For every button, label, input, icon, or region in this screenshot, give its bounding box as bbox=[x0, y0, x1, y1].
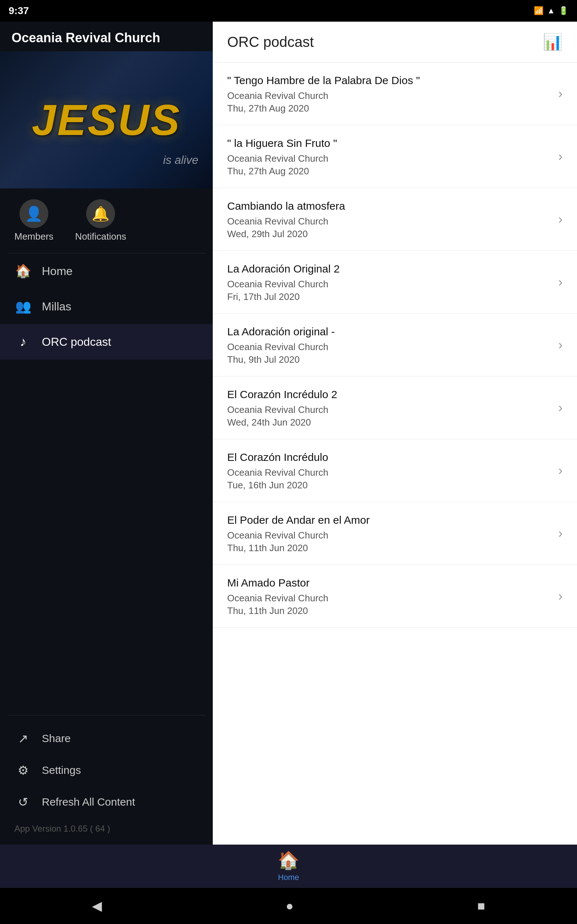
sidebar-bottom: ↗ Share ⚙ Settings ↺ Refresh All Content… bbox=[0, 716, 213, 845]
podcast-title: " la Higuera Sin Fruto " bbox=[227, 136, 551, 150]
members-label: Members bbox=[15, 231, 53, 242]
podcast-title: Mi Amado Pastor bbox=[227, 576, 551, 590]
chevron-right-icon: › bbox=[558, 86, 562, 102]
podcast-list-item[interactable]: " Tengo Hambre de la Palabra De Dios " O… bbox=[213, 63, 577, 125]
podcast-list-item[interactable]: El Poder de Andar en el Amor Oceania Rev… bbox=[213, 502, 577, 565]
bottom-home-label: Home bbox=[278, 873, 299, 882]
sidebar-item-settings[interactable]: ⚙ Settings bbox=[15, 754, 198, 786]
main-header: ORC podcast 📊 bbox=[213, 22, 577, 63]
podcast-date: Thu, 27th Aug 2020 bbox=[227, 103, 551, 114]
app-title: Oceania Revival Church bbox=[0, 22, 213, 51]
chevron-right-icon: › bbox=[558, 275, 562, 290]
sidebar-icon-row: 👤 Members 🔔 Notifications bbox=[0, 188, 213, 253]
podcast-date: Tue, 16th Jun 2020 bbox=[227, 480, 551, 491]
podcast-church: Oceania Revival Church bbox=[227, 90, 551, 102]
podcast-title: El Poder de Andar en el Amor bbox=[227, 513, 551, 527]
notifications-label: Notifications bbox=[75, 231, 126, 242]
bottom-nav-bar: 🏠 Home bbox=[0, 845, 577, 888]
podcast-date: Thu, 11th Jun 2020 bbox=[227, 543, 551, 554]
podcast-date: Thu, 11th Jun 2020 bbox=[227, 605, 551, 617]
chevron-right-icon: › bbox=[558, 338, 562, 353]
refresh-label: Refresh All Content bbox=[42, 796, 135, 808]
podcast-date: Wed, 24th Jun 2020 bbox=[227, 417, 551, 428]
main-content: ORC podcast 📊 " Tengo Hambre de la Palab… bbox=[213, 22, 577, 845]
podcast-title: El Corazón Incrédulo bbox=[227, 450, 551, 464]
podcast-info: Cambiando la atmosfera Oceania Revival C… bbox=[227, 199, 551, 240]
podcast-list-item[interactable]: Mi Amado Pastor Oceania Revival Church T… bbox=[213, 565, 577, 628]
podcast-list-item[interactable]: El Corazón Incrédulo Oceania Revival Chu… bbox=[213, 439, 577, 502]
chevron-right-icon: › bbox=[558, 526, 562, 541]
sidebar-item-notifications[interactable]: 🔔 Notifications bbox=[75, 199, 126, 242]
members-icon: 👤 bbox=[19, 199, 48, 228]
podcast-title: El Corazón Incrédulo 2 bbox=[227, 387, 551, 401]
android-back-button[interactable]: ◀ bbox=[92, 898, 102, 914]
sidebar-item-refresh[interactable]: ↺ Refresh All Content bbox=[15, 786, 198, 818]
chart-icon[interactable]: 📊 bbox=[543, 32, 562, 51]
podcast-info: " Tengo Hambre de la Palabra De Dios " O… bbox=[227, 73, 551, 114]
podcast-list-item[interactable]: Cambiando la atmosfera Oceania Revival C… bbox=[213, 188, 577, 251]
podcast-title: La Adoración original - bbox=[227, 325, 551, 339]
podcast-info: Mi Amado Pastor Oceania Revival Church T… bbox=[227, 576, 551, 617]
podcast-list-item[interactable]: La Adoración original - Oceania Revival … bbox=[213, 313, 577, 376]
status-bar: 9:37 📶 ▲ 🔋 bbox=[0, 0, 577, 22]
sidebar-item-members[interactable]: 👤 Members bbox=[15, 199, 53, 242]
millas-icon: 👥 bbox=[15, 299, 32, 314]
podcast-title: La Adoración Original 2 bbox=[227, 262, 551, 276]
podcast-church: Oceania Revival Church bbox=[227, 216, 551, 227]
app-container: Oceania Revival Church JESUS is alive 👤 … bbox=[0, 22, 577, 845]
podcast-info: El Corazón Incrédulo Oceania Revival Chu… bbox=[227, 450, 551, 491]
refresh-icon: ↺ bbox=[15, 795, 32, 809]
bottom-nav-home[interactable]: 🏠 Home bbox=[278, 850, 299, 882]
chevron-right-icon: › bbox=[558, 463, 562, 478]
home-nav-label: Home bbox=[42, 265, 73, 278]
wifi-icon: ▲ bbox=[547, 6, 555, 16]
main-title: ORC podcast bbox=[227, 34, 314, 50]
bottom-home-icon: 🏠 bbox=[278, 850, 299, 871]
podcast-icon: ♪ bbox=[15, 334, 32, 349]
podcast-info: La Adoración Original 2 Oceania Revival … bbox=[227, 262, 551, 302]
status-time: 9:37 bbox=[9, 5, 29, 16]
podcast-info: El Corazón Incrédulo 2 Oceania Revival C… bbox=[227, 387, 551, 428]
podcast-title: " Tengo Hambre de la Palabra De Dios " bbox=[227, 73, 551, 87]
battery-icon: 🔋 bbox=[559, 6, 568, 16]
podcast-church: Oceania Revival Church bbox=[227, 593, 551, 604]
android-home-button[interactable]: ● bbox=[285, 898, 293, 914]
settings-label: Settings bbox=[42, 764, 81, 776]
sidebar: Oceania Revival Church JESUS is alive 👤 … bbox=[0, 22, 213, 845]
podcast-info: La Adoración original - Oceania Revival … bbox=[227, 325, 551, 365]
podcast-date: Thu, 27th Aug 2020 bbox=[227, 166, 551, 177]
android-recent-button[interactable]: ■ bbox=[477, 898, 485, 914]
podcast-title: Cambiando la atmosfera bbox=[227, 199, 551, 213]
podcast-church: Oceania Revival Church bbox=[227, 530, 551, 541]
share-icon: ↗ bbox=[15, 731, 32, 746]
sidebar-banner: JESUS is alive bbox=[0, 51, 213, 188]
podcast-list-item[interactable]: El Corazón Incrédulo 2 Oceania Revival C… bbox=[213, 376, 577, 439]
app-version: App Version 1.0.65 ( 64 ) bbox=[15, 818, 198, 834]
podcast-church: Oceania Revival Church bbox=[227, 153, 551, 164]
chevron-right-icon: › bbox=[558, 149, 562, 164]
podcast-church: Oceania Revival Church bbox=[227, 279, 551, 290]
podcast-nav-label: ORC podcast bbox=[42, 335, 111, 349]
podcast-date: Thu, 9th Jul 2020 bbox=[227, 354, 551, 365]
chevron-right-icon: › bbox=[558, 212, 562, 227]
sidebar-item-orc-podcast[interactable]: ♪ ORC podcast bbox=[0, 324, 213, 360]
chevron-right-icon: › bbox=[558, 400, 562, 415]
sidebar-nav: 🏠 Home 👥 Millas ♪ ORC podcast bbox=[0, 254, 213, 715]
podcast-list-item[interactable]: La Adoración Original 2 Oceania Revival … bbox=[213, 251, 577, 313]
podcast-list-item[interactable]: " la Higuera Sin Fruto " Oceania Revival… bbox=[213, 125, 577, 188]
sidebar-item-millas[interactable]: 👥 Millas bbox=[0, 289, 213, 324]
chevron-right-icon: › bbox=[558, 589, 562, 604]
status-icons: 📶 ▲ 🔋 bbox=[534, 6, 568, 16]
android-nav-bar: ◀ ● ■ bbox=[0, 888, 577, 924]
sidebar-item-share[interactable]: ↗ Share bbox=[15, 723, 198, 754]
podcast-list: " Tengo Hambre de la Palabra De Dios " O… bbox=[213, 63, 577, 845]
banner-jesus-text: JESUS bbox=[32, 98, 181, 142]
podcast-info: " la Higuera Sin Fruto " Oceania Revival… bbox=[227, 136, 551, 177]
podcast-church: Oceania Revival Church bbox=[227, 467, 551, 478]
podcast-church: Oceania Revival Church bbox=[227, 341, 551, 353]
settings-icon: ⚙ bbox=[15, 763, 32, 777]
sidebar-item-home[interactable]: 🏠 Home bbox=[0, 254, 213, 289]
podcast-info: El Poder de Andar en el Amor Oceania Rev… bbox=[227, 513, 551, 554]
notifications-icon: 🔔 bbox=[86, 199, 115, 228]
sim-icon: 📶 bbox=[534, 6, 543, 16]
